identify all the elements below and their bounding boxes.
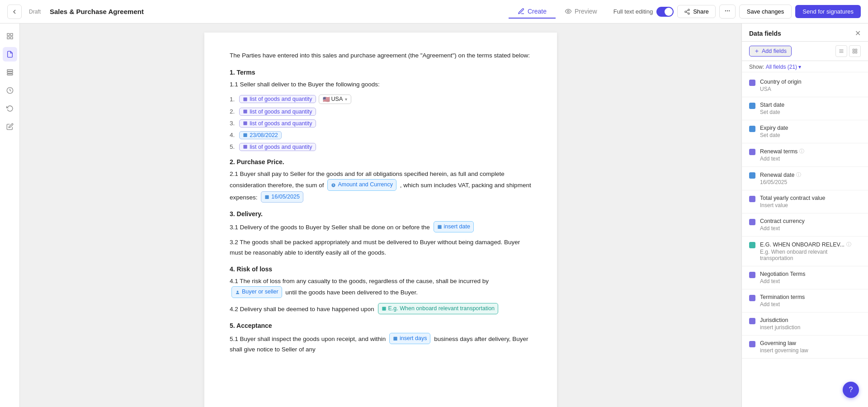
chip-goods-2[interactable]: list of goods and quantity [239, 108, 316, 116]
chip-insert-date[interactable]: insert date [434, 221, 474, 232]
svg-rect-17 [244, 97, 247, 101]
field-value: Add text [760, 301, 861, 308]
svg-rect-12 [10, 37, 13, 39]
field-dot [749, 295, 755, 301]
field-item-total-yearly[interactable]: Total yearly contract value Insert value [742, 190, 868, 213]
field-item-expiry-date[interactable]: Expiry date Set date [742, 120, 868, 143]
field-value: insert governing law [760, 347, 861, 354]
fields-list: Country of origin USA Start date Set dat… [742, 72, 868, 407]
svg-rect-27 [265, 195, 269, 199]
more-options-button[interactable] [719, 5, 736, 19]
svg-rect-14 [7, 72, 13, 73]
field-dot [749, 196, 755, 202]
show-label: Show: All fields (21) ▾ [742, 61, 868, 72]
close-panel-button[interactable]: ✕ [855, 29, 861, 38]
chip-goods-5[interactable]: list of goods and quantity [239, 143, 316, 151]
chip-goods-3[interactable]: list of goods and quantity [239, 119, 316, 128]
field-item-jurisdiction[interactable]: Jurisdiction insert jurisdiction [742, 312, 868, 336]
field-dot [749, 126, 755, 132]
top-tabs: Create Preview [509, 5, 606, 19]
all-fields-link[interactable]: All fields (21) ▾ [766, 64, 802, 70]
field-label: Jurisdiction [760, 317, 861, 323]
draft-label: Draft [29, 9, 41, 15]
svg-line-5 [686, 10, 688, 11]
filter-icon-2[interactable] [849, 45, 861, 57]
svg-rect-15 [7, 74, 13, 75]
send-for-signatures-button[interactable]: Send for signatures [795, 5, 861, 18]
field-dot [749, 172, 755, 179]
field-dot [749, 80, 755, 86]
tab-preview[interactable]: Preview [556, 5, 606, 19]
section-4-title: 4. Risk of loss [230, 265, 532, 273]
full-text-editing-toggle-row: Full text editing [613, 7, 674, 17]
field-item-renewal-date[interactable]: Renewal date ⓘ 16/05/2025 [742, 167, 868, 190]
chip-insert-days[interactable]: insert days [389, 333, 430, 344]
field-item-country-origin[interactable]: Country of origin USA [742, 74, 868, 97]
nav-icon-doc[interactable] [3, 47, 17, 62]
chip-date-1[interactable]: 23/08/2022 [239, 131, 282, 139]
svg-point-2 [685, 11, 687, 13]
s2-1: 2.1 Buyer shall pay to Seller for the go… [230, 169, 532, 203]
list-item: 5. list of goods and quantity [230, 143, 532, 151]
svg-rect-47 [855, 49, 857, 51]
field-label: Start date [760, 102, 861, 108]
filter-icon-1[interactable] [835, 45, 847, 57]
field-item-start-date[interactable]: Start date Set date [742, 97, 868, 120]
help-button[interactable]: ? [843, 382, 859, 398]
right-panel-header: Data fields ✕ [742, 24, 868, 42]
field-dot [749, 242, 755, 248]
svg-rect-13 [7, 70, 13, 71]
s3-2: 3.2 The goods shall be packed appropriat… [230, 237, 532, 258]
svg-rect-31 [438, 225, 441, 229]
field-dot [749, 272, 755, 278]
field-item-negotiation-terms[interactable]: Negotiation Terms Add text [742, 266, 868, 289]
add-fields-button[interactable]: Add fields [749, 46, 792, 57]
chip-transport[interactable]: E.g. When onboard relevant transportatio… [378, 303, 499, 314]
field-label: Contract currency [760, 218, 861, 224]
field-value: Insert value [760, 202, 861, 208]
s5-1: 5.1 Buyer shall inspect the goods upon r… [230, 333, 532, 355]
nav-icon-grid[interactable] [3, 29, 17, 43]
full-text-toggle[interactable] [656, 7, 674, 17]
field-item-eg-onboard[interactable]: E.G. WHEN ONBOARD RELEV... ⓘ E.g. When o… [742, 237, 868, 266]
filter-icons [835, 45, 861, 57]
svg-rect-46 [853, 49, 855, 51]
field-label: Renewal terms ⓘ [760, 148, 861, 155]
svg-point-7 [727, 10, 728, 11]
topbar: Draft Sales & Purchase Agreement Create … [0, 0, 868, 24]
tab-create[interactable]: Create [509, 5, 556, 19]
toggle-knob [665, 8, 673, 16]
chip-goods-1[interactable]: list of goods and quantity [239, 95, 316, 103]
svg-text:$: $ [333, 184, 334, 186]
chip-amount-currency[interactable]: $ Amount and Currency [327, 179, 396, 190]
doc-area: The Parties have entered into this sales… [20, 24, 741, 407]
chip-buyer-seller[interactable]: Buyer or seller [231, 286, 282, 298]
svg-rect-36 [382, 307, 386, 310]
nav-icon-edit[interactable] [3, 119, 17, 134]
list-item: 2. list of goods and quantity [230, 108, 532, 116]
back-button[interactable] [7, 5, 22, 19]
field-item-contract-currency[interactable]: Contract currency Add text [742, 213, 868, 237]
field-value: 16/05/2025 [760, 179, 861, 185]
share-button[interactable]: Share [677, 5, 716, 18]
field-value: USA [760, 86, 861, 92]
svg-rect-18 [244, 109, 247, 113]
chip-date-payment[interactable]: 16/05/2025 [261, 191, 303, 203]
field-item-termination-terms[interactable]: Termination terms Add text [742, 289, 868, 312]
field-label: Negotiation Terms [760, 271, 861, 277]
doc-page: The Parties have entered into this sales… [204, 33, 557, 407]
field-item-renewal-terms[interactable]: Renewal terms ⓘ Add text [742, 143, 868, 167]
nav-icon-history[interactable] [3, 101, 17, 116]
nav-icon-clock[interactable] [3, 83, 17, 98]
svg-rect-24 [244, 145, 247, 148]
field-item-governing-law[interactable]: Governing law insert governing law [742, 336, 868, 359]
nav-icon-fields[interactable] [3, 65, 17, 80]
chip-flag-usa[interactable]: 🇺🇸 USA ▾ [319, 95, 352, 104]
svg-rect-11 [7, 37, 9, 39]
svg-rect-10 [10, 33, 13, 36]
save-changes-button[interactable]: Save changes [739, 5, 792, 19]
section-5-title: 5. Acceptance [230, 322, 532, 329]
right-panel-title: Data fields [749, 30, 781, 37]
svg-rect-9 [7, 33, 9, 36]
field-value: Add text [760, 225, 861, 232]
